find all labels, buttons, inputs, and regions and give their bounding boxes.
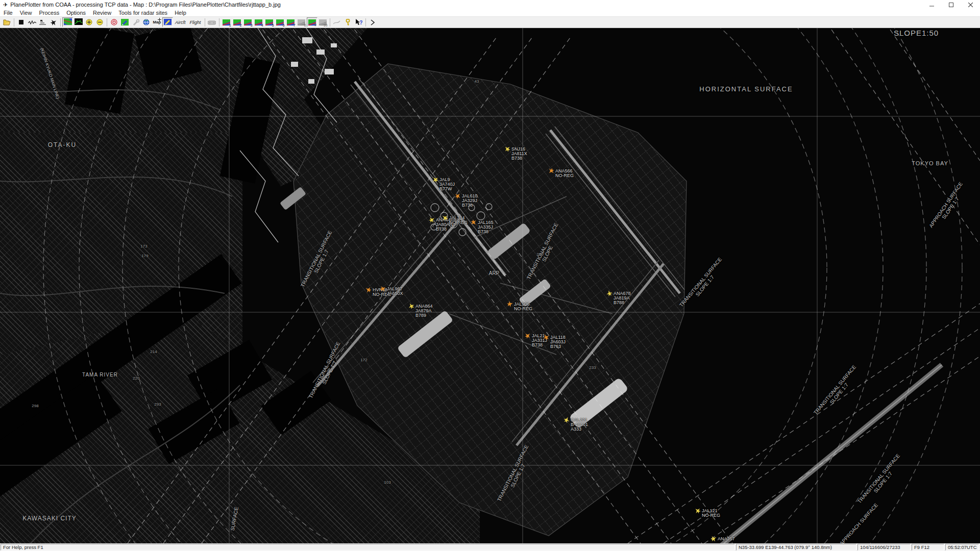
toolbar-map-7[interactable]: 7 xyxy=(285,17,296,27)
status-message-counts: 104/116606/27233 xyxy=(857,544,911,550)
map-number: 4 xyxy=(261,23,263,27)
toolbar-map-6[interactable]: 6 xyxy=(275,17,285,27)
spot-height: 172 xyxy=(360,358,367,362)
toolbar-map-8[interactable]: 8 xyxy=(296,17,307,27)
close-button[interactable] xyxy=(961,0,980,9)
menu-review[interactable]: Review xyxy=(89,9,115,17)
spot-height: 260 xyxy=(536,252,543,257)
aircraft-icon xyxy=(548,167,555,177)
aircraft-label: JAL118JA603JB763 xyxy=(550,335,566,349)
aircraft-icon xyxy=(428,216,435,226)
aircraft-icon xyxy=(504,145,511,155)
menu-view[interactable]: View xyxy=(16,9,36,17)
aircraft-icon xyxy=(524,332,531,341)
aircraft-label: JAL165JA335JB738 xyxy=(478,220,494,234)
map-label: HORIZONTAL SURFACE xyxy=(699,86,793,93)
message-list-button[interactable] xyxy=(37,17,48,27)
spot-height: 293 xyxy=(154,402,161,407)
aircraft-label: ANA864JA879AB789 xyxy=(415,304,433,318)
edit-chart-button[interactable] xyxy=(119,17,130,27)
aircraft-label: JAL314NO-REG xyxy=(449,216,468,225)
coastline xyxy=(240,28,337,242)
aircraft-icon xyxy=(694,507,701,516)
chart-linework xyxy=(0,28,980,543)
context-help-button[interactable]: ? xyxy=(353,17,364,27)
radar-map-icon xyxy=(75,18,83,27)
app-airplane-icon: ✈ xyxy=(3,0,8,9)
minimize-button[interactable] xyxy=(922,0,941,9)
zoom-out-button[interactable] xyxy=(94,17,105,27)
menu-process[interactable]: Process xyxy=(35,9,63,17)
aircraft-label: JAL121NO-REG xyxy=(702,509,720,518)
aircraft-view-button[interactable] xyxy=(48,17,59,27)
aircraft-icon xyxy=(710,535,717,543)
aircraft-icon xyxy=(442,214,449,223)
map-label: ARP xyxy=(489,271,500,277)
spot-height: 179 xyxy=(141,254,148,258)
map-number: 9 xyxy=(314,23,316,27)
aircraft-icon xyxy=(432,176,439,185)
toolbar-map-5[interactable]: 5 xyxy=(264,17,275,27)
status-utc-time: 05:52:07UTC xyxy=(945,544,979,550)
aircraft-icon xyxy=(379,285,386,294)
annotate-button[interactable] xyxy=(162,17,173,27)
zoom-in-button[interactable] xyxy=(84,17,94,27)
chart-map-icon xyxy=(64,18,72,27)
globe-button[interactable] xyxy=(141,17,152,27)
toolbar-map-1[interactable]: 1 xyxy=(221,17,232,27)
window-title: PlanePlotter from COAA - processing TCP … xyxy=(10,2,922,8)
center-target-button[interactable] xyxy=(109,17,119,27)
chart-view-button[interactable] xyxy=(62,17,73,27)
aircft-button[interactable]: Aircft xyxy=(173,17,188,27)
spot-height: 233 xyxy=(589,365,596,370)
toolbar-map-9[interactable]: 9 xyxy=(307,17,317,27)
toolbar-map-4[interactable]: 4 xyxy=(253,17,264,27)
aircraft-label: ANA566NO-REG xyxy=(555,169,574,178)
sharing-button[interactable] xyxy=(207,17,217,27)
menu-options[interactable]: Options xyxy=(63,9,89,17)
stop-processing-button[interactable] xyxy=(16,17,27,27)
titlebar: ✈ PlanePlotter from COAA - processing TC… xyxy=(0,0,980,9)
map-number: 2 xyxy=(240,23,242,27)
spot-height: 103 xyxy=(384,480,390,485)
maximize-button[interactable] xyxy=(941,0,961,9)
toolbar-map-3[interactable]: 3 xyxy=(242,17,253,27)
dock-buildings xyxy=(291,37,337,84)
map-label: TAMA RIVER xyxy=(82,372,118,378)
aircraft-icon xyxy=(506,300,513,310)
menu-help[interactable]: Help xyxy=(171,9,190,17)
flight-button-label: Flight xyxy=(190,20,201,25)
map-label: TOKYO BAY xyxy=(912,161,948,167)
aircraft-icon xyxy=(408,303,415,312)
menu-file[interactable]: File xyxy=(0,9,16,17)
aircft-button-label: Aircft xyxy=(175,20,186,25)
status-help-text: For Help, press F1 xyxy=(1,544,735,550)
radar-view-button[interactable] xyxy=(73,17,84,27)
map-label: OTA-KU xyxy=(48,142,77,148)
aircraft-label: JAL906NO-REG xyxy=(514,302,532,311)
graticule xyxy=(0,28,980,543)
map-canvas[interactable]: SLOPE1:50HORIZONTAL SURFACETOKYO BAYOTA-… xyxy=(0,28,980,543)
toolbar-map-2[interactable]: 2 xyxy=(232,17,242,27)
spot-height: 220 xyxy=(133,376,139,381)
key-button[interactable] xyxy=(342,17,353,27)
menu-tools-for-radar-sites[interactable]: Tools for radar sites xyxy=(115,9,171,17)
toolbar-map-10[interactable]: 10 xyxy=(317,17,328,27)
aircraft-label: JAL610JA329JB738 xyxy=(462,194,478,208)
aircraft-icon xyxy=(365,286,372,295)
tools-button[interactable] xyxy=(130,17,141,27)
map-label: KAWASAKI CITY xyxy=(22,515,76,522)
menubar: FileViewProcessOptionsReviewTools for ra… xyxy=(0,9,980,17)
map-cursor-button[interactable]: Map xyxy=(152,17,162,27)
map-number: 8 xyxy=(304,23,306,27)
aircraft-label: ANA678JA819AB788 xyxy=(614,291,631,305)
open-file-button[interactable] xyxy=(2,17,12,27)
draw-line-button[interactable] xyxy=(332,17,342,27)
aircraft-icon xyxy=(606,290,613,299)
map-shortcut-buttons: 12345678910 xyxy=(221,17,328,27)
flight-button[interactable]: Flight xyxy=(188,17,203,27)
aircraft-icon xyxy=(563,416,570,425)
signal-view-button[interactable] xyxy=(27,17,37,27)
svg-text:?: ? xyxy=(359,19,362,26)
toolbar-overflow-button[interactable] xyxy=(368,17,378,27)
